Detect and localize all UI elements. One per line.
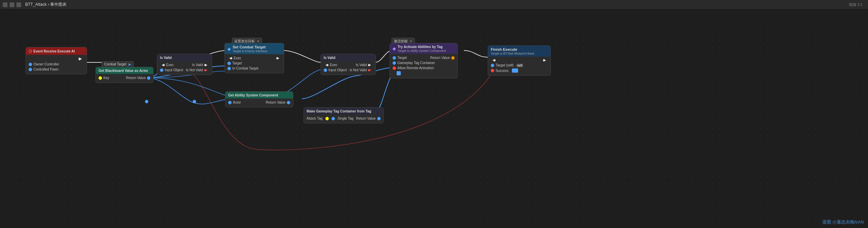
watermark: 蓝图 @暮志未晚NAN	[822, 219, 864, 225]
maximize-btn[interactable]	[10, 2, 14, 7]
fe-target-pin[interactable]	[491, 64, 494, 67]
window-controls	[3, 2, 21, 7]
get-blackboard-header: Get Blackboard Value as Actor	[96, 67, 153, 74]
sct-exec-in[interactable]	[227, 57, 232, 60]
is-not-valid-pin-1[interactable]	[204, 69, 209, 72]
ta-gameplay-row: Gameplay Tag Container	[390, 60, 457, 65]
controlled-pawn-pin[interactable]	[29, 68, 32, 71]
minimize-btn[interactable]	[3, 2, 8, 7]
wire-connections	[0, 10, 868, 228]
mt-return-pin[interactable]	[377, 117, 381, 120]
titlebar: BTT_Attack › 事件图表 缩放 1:1	[0, 0, 868, 10]
fe-target-row: Target (self) self	[488, 63, 550, 68]
ta-gameplay-pin[interactable]	[393, 61, 396, 65]
path-part1: BTT_Attack	[25, 2, 47, 7]
node-set-combat-target[interactable]: ◆ Set Combat Target Target is Enemy Inte…	[224, 43, 284, 73]
blueprint-canvas[interactable]: ⬡ Event Receive Execute AI Owner Control…	[0, 10, 868, 228]
set-combat-header: ◆ Set Combat Target Target is Enemy Inte…	[225, 43, 284, 54]
path-part2: 事件图表	[50, 2, 67, 7]
node-event-receive[interactable]: ⬡ Event Receive Execute AI Owner Control…	[26, 47, 87, 74]
node-is-valid-2[interactable]: Is Valid Exec Is Valid Input Object Is N…	[321, 54, 376, 75]
key-row: Key Return Value	[96, 75, 153, 80]
ta-return-pin[interactable]	[451, 56, 455, 60]
ta-checkbox-row	[390, 71, 457, 76]
breadcrumb: BTT_Attack › 事件图表	[25, 2, 67, 7]
input-object-row-2: Input Object Is Not Valid	[321, 67, 376, 73]
node-is-valid-1[interactable]: Is Valid Exec Is Valid Input Object Is N…	[157, 54, 212, 75]
get-ability-header: Get Ability System Component	[225, 92, 293, 98]
finish-execute-header: Finish Execute Target is BTTask Blueprin…	[488, 46, 550, 57]
node-finish-execute[interactable]: Finish Execute Target is BTTask Blueprin…	[488, 45, 551, 76]
mt-single-tag-pin[interactable]	[332, 117, 335, 120]
is-valid-1-body: Exec Is Valid Input Object Is Not Valid	[157, 61, 212, 75]
set-combat-body: Exec Target In Combat Target	[225, 54, 284, 73]
return-value-pin[interactable]	[147, 76, 150, 80]
is-valid-2-body: Exec Is Valid Input Object Is Not Valid	[321, 61, 376, 75]
sct-in-combat-pin[interactable]	[227, 67, 231, 70]
node-make-gameplay-tag[interactable]: Make Gameplay Tag Container from Tag Att…	[304, 107, 384, 123]
sct-exec-row: Exec	[225, 56, 284, 61]
get-ability-body: Actor Return Value	[225, 98, 293, 107]
zoom-level: 缩放 1:1	[849, 2, 863, 7]
node-get-ability[interactable]: Get Ability System Component Actor Retur…	[225, 91, 293, 107]
get-blackboard-body: Key Return Value	[96, 74, 153, 82]
sct-in-combat-row: In Combat Target	[225, 66, 284, 71]
exec-in-pin-1[interactable]	[160, 63, 165, 67]
try-activate-header: ◆ Try Activate Abilities by Tag Target i…	[390, 43, 457, 54]
make-tag-body: Attack Tag Single Tag Return Value	[304, 115, 383, 123]
is-valid-1-header: Is Valid	[157, 54, 212, 61]
fe-exec-out[interactable]	[543, 59, 548, 62]
exec-in-row-2: Exec Is Valid	[321, 62, 376, 67]
fe-success-pin[interactable]	[491, 69, 494, 72]
fe-success-row: Success	[488, 68, 550, 73]
is-valid-out-pin-1[interactable]	[204, 63, 209, 67]
node-get-blackboard[interactable]: Get Blackboard Value as Actor Key Return…	[95, 67, 153, 83]
exec-in-row-1: Exec Is Valid	[157, 62, 212, 67]
close-btn[interactable]	[16, 2, 21, 7]
ga-actor-pin[interactable]	[228, 101, 232, 104]
svg-point-1	[145, 100, 148, 103]
ta-target-row: Target Return Value	[390, 55, 457, 60]
event-receive-body: Owner Controller Controlled Pawn	[26, 55, 87, 74]
node-try-activate[interactable]: ◆ Try Activate Abilities by Tag Target i…	[389, 43, 458, 78]
ga-actor-row: Actor Return Value	[225, 100, 293, 105]
ta-target-pin[interactable]	[393, 56, 396, 60]
ta-checkbox[interactable]	[397, 71, 401, 75]
exec-out-pin[interactable]	[78, 57, 84, 61]
controlled-pawn-row: Controlled Pawn	[26, 67, 87, 72]
event-icon: ⬡	[29, 49, 32, 54]
exec-in-pin-2[interactable]	[324, 63, 328, 67]
fe-success-checkbox[interactable]	[512, 69, 518, 73]
combat-target-label: Combat Target ▶	[102, 61, 134, 67]
sct-target-row: Target	[225, 61, 284, 66]
exec-out-row	[26, 56, 87, 62]
ta-allow-pin[interactable]	[393, 66, 396, 70]
mt-attack-tag-row: Attack Tag Single Tag Return Value	[304, 116, 383, 121]
is-valid-out-pin-2[interactable]	[368, 63, 373, 67]
input-obj-pin-2[interactable]	[324, 69, 327, 72]
key-pin[interactable]	[99, 76, 102, 80]
fe-exec-row	[488, 58, 550, 63]
owner-controller-row: Owner Controller	[26, 62, 87, 67]
ta-allow-row: Allow Remote Activation	[390, 65, 457, 71]
svg-point-0	[193, 100, 196, 103]
input-object-row-1: Input Object Is Not Valid	[157, 67, 212, 73]
sct-target-pin[interactable]	[227, 62, 231, 65]
is-valid-2-header: Is Valid	[321, 54, 376, 61]
event-receive-header: ⬡ Event Receive Execute AI	[26, 47, 87, 55]
ga-return-pin[interactable]	[287, 101, 290, 104]
is-not-valid-pin-2[interactable]	[368, 69, 373, 72]
try-activate-body: Target Return Value Gameplay Tag Contain…	[390, 54, 457, 78]
input-obj-pin-1[interactable]	[160, 69, 163, 72]
mt-attack-tag-pin[interactable]	[325, 117, 329, 120]
finish-execute-body: Target (self) self Success	[488, 57, 550, 75]
owner-controller-pin[interactable]	[29, 63, 32, 66]
sct-exec-out[interactable]	[276, 57, 281, 60]
fe-exec-in[interactable]	[491, 59, 496, 62]
make-tag-header: Make Gameplay Tag Container from Tag	[304, 108, 383, 115]
